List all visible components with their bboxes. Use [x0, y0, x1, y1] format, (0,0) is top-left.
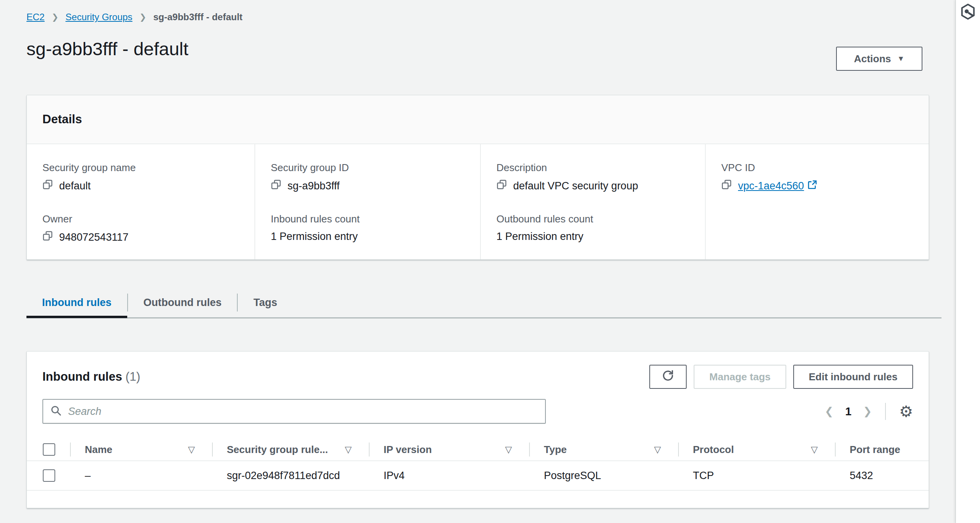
pagination-divider: [885, 403, 886, 420]
refresh-icon: [661, 369, 675, 385]
copy-icon[interactable]: [42, 179, 53, 192]
filter-sort-icon[interactable]: ▽: [345, 444, 352, 455]
caret-down-icon: ▼: [897, 54, 905, 63]
field-security-group-id: Security group ID sg-a9bb3fff: [254, 144, 480, 213]
field-security-group-name: Security group name default: [27, 144, 254, 213]
filter-sort-icon[interactable]: ▽: [811, 444, 818, 455]
column-header-ip-version[interactable]: IP version ▽: [369, 439, 529, 460]
tab-outbound-rules[interactable]: Outbound rules: [128, 289, 237, 317]
column-label: Type: [544, 444, 567, 456]
field-value: 1 Permission entry: [496, 231, 584, 243]
right-rail: [955, 0, 980, 523]
previous-page-button[interactable]: ❮: [825, 405, 834, 418]
refresh-button[interactable]: [649, 365, 687, 389]
cell-name: –: [70, 470, 212, 482]
field-owner: Owner 948072543117: [27, 213, 254, 259]
field-value: default: [59, 180, 91, 192]
vpc-link[interactable]: vpc-1ae4c560: [738, 180, 817, 192]
page-title: sg-a9bb3fff - default: [26, 38, 188, 59]
filter-sort-icon[interactable]: ▽: [188, 444, 195, 455]
breadcrumb-link-security-groups[interactable]: Security Groups: [65, 12, 132, 23]
field-value: default VPC security group: [513, 180, 638, 192]
tab-inbound-rules[interactable]: Inbound rules: [26, 289, 127, 317]
inbound-rules-toolbar: ❮ 1 ❯ ⚙: [27, 389, 929, 424]
inbound-rules-header: Inbound rules (1) Manage tags Edit inbou…: [27, 352, 929, 389]
field-label: Security group name: [42, 161, 254, 174]
column-label: IP version: [384, 444, 432, 456]
settings-gear-icon[interactable]: ⚙: [899, 404, 913, 419]
field-outbound-rules-count: Outbound rules count 1 Permission entry: [480, 213, 705, 259]
select-all-checkbox[interactable]: [43, 443, 55, 456]
filter-sort-icon[interactable]: ▽: [654, 444, 661, 455]
field-label: Outbound rules count: [496, 213, 705, 225]
field-value: sg-a9bb3fff: [288, 180, 340, 192]
field-label: Inbound rules count: [271, 213, 480, 225]
breadcrumb-current: sg-a9bb3fff - default: [153, 12, 242, 23]
column-header-type[interactable]: Type ▽: [529, 439, 678, 460]
tab-tags[interactable]: Tags: [238, 289, 293, 317]
column-label: Security group rule...: [227, 444, 328, 456]
breadcrumb-link-ec2[interactable]: EC2: [26, 12, 45, 23]
column-header-port-range[interactable]: Port range: [835, 439, 929, 460]
extension-hexagon-icon[interactable]: [960, 3, 976, 21]
inbound-rules-panel: Inbound rules (1) Manage tags Edit inbou…: [26, 351, 929, 508]
cell-security-group-rule-id: sgr-02e948f7811ed7dcd: [212, 470, 369, 482]
column-header-security-group-rule[interactable]: Security group rule... ▽: [212, 439, 369, 460]
select-all-cell: [27, 439, 70, 460]
cell-port-range: 5432: [835, 470, 929, 482]
field-vpc-id: VPC ID vpc-1ae4c560: [705, 144, 929, 213]
tab-label: Tags: [253, 297, 277, 309]
column-label: Name: [85, 444, 112, 456]
tab-bar-rule: [26, 317, 941, 318]
details-title: Details: [42, 112, 82, 126]
field-inbound-rules-count: Inbound rules count 1 Permission entry: [254, 213, 480, 259]
field-label: VPC ID: [721, 161, 929, 174]
filter-sort-icon[interactable]: ▽: [505, 444, 512, 455]
actions-button-label: Actions: [854, 53, 891, 65]
table-row: – sgr-02e948f7811ed7dcd IPv4 PostgreSQL …: [27, 461, 929, 491]
field-value: 1 Permission entry: [271, 231, 358, 243]
pagination: ❮ 1 ❯ ⚙: [825, 403, 913, 420]
next-page-button[interactable]: ❯: [863, 405, 872, 418]
tab-bar: Inbound rules Outbound rules Tags: [26, 289, 941, 318]
copy-icon[interactable]: [271, 179, 281, 192]
manage-tags-button[interactable]: Manage tags: [694, 365, 786, 389]
field-empty: [705, 213, 929, 259]
inbound-rules-count-badge: (1): [126, 370, 140, 383]
copy-icon[interactable]: [42, 231, 53, 244]
inbound-rules-table: Name ▽ Security group rule... ▽ IP versi…: [27, 439, 929, 491]
current-page-number[interactable]: 1: [845, 405, 851, 418]
tab-label: Outbound rules: [144, 297, 222, 309]
field-value: 948072543117: [59, 231, 128, 243]
cell-protocol: TCP: [678, 470, 835, 482]
copy-icon[interactable]: [721, 179, 732, 192]
details-panel-header: Details: [27, 95, 929, 144]
search-input[interactable]: [68, 406, 538, 418]
cell-type: PostgreSQL: [529, 470, 678, 482]
actions-button[interactable]: Actions ▼: [836, 47, 922, 71]
column-label: Port range: [850, 444, 900, 456]
vpc-link-label: vpc-1ae4c560: [738, 180, 804, 192]
table-header-row: Name ▽ Security group rule... ▽ IP versi…: [27, 439, 929, 461]
column-header-protocol[interactable]: Protocol ▽: [678, 439, 835, 460]
field-description: Description default VPC security group: [480, 144, 705, 213]
row-checkbox[interactable]: [43, 469, 55, 482]
breadcrumb: EC2 ❯ Security Groups ❯ sg-a9bb3fff - de…: [26, 12, 242, 23]
external-link-icon: [807, 180, 817, 192]
field-label: Owner: [42, 213, 254, 225]
column-header-name[interactable]: Name ▽: [70, 439, 212, 460]
details-grid: Security group name default Security gro…: [27, 144, 929, 259]
copy-icon[interactable]: [496, 179, 507, 192]
tab-label: Inbound rules: [42, 297, 112, 309]
inbound-rules-title: Inbound rules (1): [42, 370, 140, 384]
field-label: Security group ID: [271, 161, 480, 174]
field-label: Description: [496, 161, 705, 174]
search-icon: [50, 405, 62, 418]
cell-ip-version: IPv4: [369, 470, 529, 482]
edit-inbound-rules-button[interactable]: Edit inbound rules: [793, 365, 913, 389]
chevron-right-icon: ❯: [139, 12, 146, 22]
search-box: [42, 399, 546, 424]
details-panel: Details Security group name default Secu…: [26, 95, 929, 260]
chevron-right-icon: ❯: [52, 12, 59, 22]
column-label: Protocol: [693, 444, 734, 456]
